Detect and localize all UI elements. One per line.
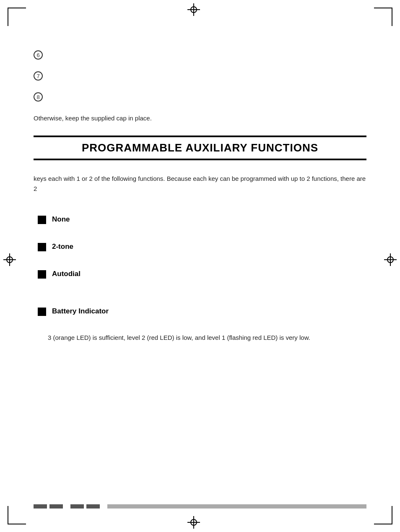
corner-mark-bottom-right (367, 499, 392, 524)
function-label-2tone: 2-tone (52, 243, 73, 251)
bar-seg-4 (86, 504, 100, 509)
numbered-item-8: 8 (34, 92, 366, 102)
corner-mark-top-right (367, 8, 392, 33)
numbered-item-7: 7 (34, 71, 366, 81)
bullet-autodial (38, 270, 46, 279)
body-text: keys each with 1 or 2 of the following f… (34, 174, 366, 193)
numbered-item-6: 6 (34, 50, 366, 60)
circle-6: 6 (34, 50, 43, 60)
bar-seg-3 (70, 504, 84, 509)
battery-description-text: 3 (orange LED) is sufficient, level 2 (r… (48, 333, 366, 342)
bullet-battery (38, 308, 46, 316)
bar-seg-2 (49, 504, 63, 509)
main-content: 6 7 8 Otherwise, keep the supplied cap i… (34, 50, 366, 342)
section-header: PROGRAMMABLE AUXILIARY FUNCTIONS (34, 136, 366, 160)
crosshair-left-center (3, 253, 16, 266)
crosshair-right-center (384, 253, 397, 266)
bar-seg-1 (34, 504, 47, 509)
function-list: None 2-tone Autodial (34, 206, 366, 288)
corner-mark-top-left (8, 8, 33, 33)
corner-mark-bottom-left (8, 499, 33, 524)
bar-main (107, 504, 366, 509)
numbered-items-list: 6 7 8 (34, 50, 366, 102)
function-item-autodial: Autodial (34, 261, 366, 288)
page: 6 7 8 Otherwise, keep the supplied cap i… (0, 0, 400, 532)
circle-7: 7 (34, 71, 43, 81)
bullet-none (38, 216, 46, 224)
crosshair-top-center (187, 3, 200, 16)
battery-indicator-section: Battery Indicator 3 (orange LED) is suff… (34, 292, 366, 342)
function-label-autodial: Autodial (52, 270, 81, 278)
bullet-2tone (38, 243, 46, 251)
function-item-none: None (34, 206, 366, 233)
section-title: PROGRAMMABLE AUXILIARY FUNCTIONS (82, 141, 318, 154)
function-label-none: None (52, 215, 70, 224)
bottom-progress-bar (34, 504, 366, 509)
function-item-2tone: 2-tone (34, 233, 366, 261)
battery-indicator-label: Battery Indicator (52, 307, 109, 316)
circle-8: 8 (34, 92, 43, 102)
function-item-battery: Battery Indicator (34, 292, 366, 325)
crosshair-bottom-center (187, 516, 200, 529)
intro-text: Otherwise, keep the supplied cap in plac… (34, 113, 366, 123)
